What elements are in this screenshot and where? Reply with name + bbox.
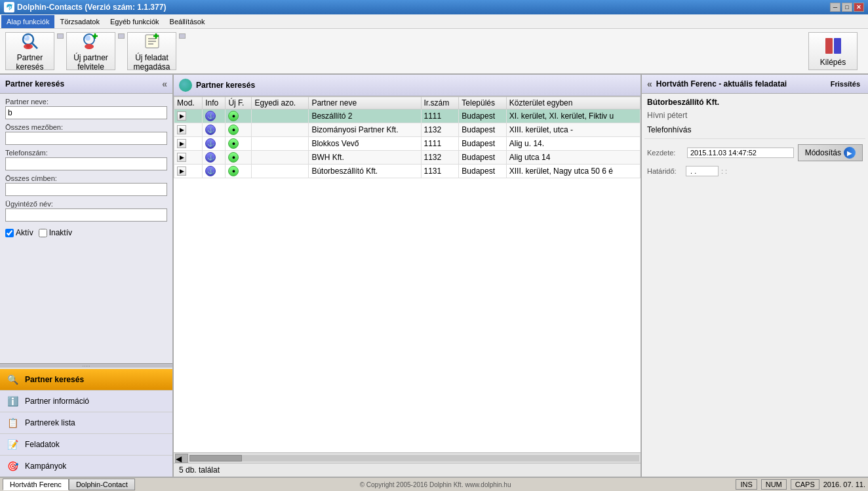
cell-nev: Blokkos Vevő (309, 137, 421, 151)
cell-mod[interactable]: ▶ (174, 151, 203, 165)
cell-info[interactable]: ⚓ (203, 123, 226, 137)
menu-torzsadatok[interactable]: Törzsadatok (54, 15, 105, 28)
nav-item-partner-info[interactable]: ℹ️ Partner információ (0, 390, 172, 412)
col-irszam[interactable]: Ir.szám (421, 97, 459, 109)
cell-ujf[interactable]: ● (226, 137, 252, 151)
cell-mod[interactable]: ▶ (174, 137, 203, 151)
cell-info[interactable]: ⚓ (203, 109, 226, 123)
nav-icon-kampanyok: 🎯 (5, 459, 20, 473)
menu-bar: Alap funkciók Törzsadatok Egyéb funkciók… (0, 14, 868, 29)
uj-feladat-expand[interactable] (179, 33, 186, 39)
results-table-container[interactable]: Mod. Info Új F. Egyedi azo. Partner neve… (174, 96, 641, 452)
inactive-checkbox-label[interactable]: Inaktív (39, 228, 72, 237)
scroll-thumb[interactable] (189, 455, 242, 462)
status-tab-user[interactable]: Hortváth Ferenc (3, 479, 69, 490)
menu-alap-funkciok[interactable]: Alap funkciók (1, 15, 54, 28)
left-panel-collapse[interactable]: « (162, 79, 167, 89)
partner-kereses-expand[interactable] (57, 33, 64, 39)
col-ujf[interactable]: Új F. (226, 97, 252, 109)
phone-input[interactable] (5, 157, 167, 170)
nav-item-partnerek-lista[interactable]: 📋 Partnerek lista (0, 412, 172, 433)
cell-ujf[interactable]: ● (226, 123, 252, 137)
nav-btn[interactable]: ▶ (177, 111, 186, 121)
col-mod[interactable]: Mod. (174, 97, 203, 109)
center-header: Partner keresés (174, 75, 641, 96)
info-btn[interactable]: ⚓ (205, 138, 216, 149)
cell-irszam: 1131 (421, 165, 459, 178)
col-info[interactable]: Info (203, 97, 226, 109)
nav-item-feladatok[interactable]: 📝 Feladatok (0, 433, 172, 455)
table-row[interactable]: ▶ ⚓ ● Bútorbeszállító Kft. 1131 Budapest… (174, 165, 641, 178)
uj-partner-button[interactable]: Új partnerfelvitele (66, 32, 115, 70)
deadline-d1-input[interactable] (686, 166, 719, 176)
cell-info[interactable]: ⚓ (203, 151, 226, 165)
col-kozterulet[interactable]: Közterület egyben (506, 97, 640, 109)
nav-btn[interactable]: ▶ (177, 167, 186, 176)
right-expand-icon[interactable]: « (647, 79, 652, 89)
status-tab-app[interactable]: Dolphin-Contact (69, 479, 135, 490)
cell-ujf[interactable]: ● (226, 165, 252, 178)
nav-btn[interactable]: ▶ (177, 125, 186, 134)
cell-telepules: Budapest (459, 137, 506, 151)
table-row[interactable]: ▶ ⚓ ● Bizományosi Partner Kft. 1132 Buda… (174, 123, 641, 137)
minimize-button[interactable]: ─ (830, 3, 840, 12)
cell-nev: Bizományosi Partner Kft. (309, 123, 421, 137)
horizontal-scrollbar[interactable]: ◀ (174, 452, 641, 463)
name-input[interactable] (5, 106, 167, 119)
alladdress-input[interactable] (5, 183, 167, 196)
uj-partner-expand[interactable] (118, 33, 125, 39)
contactname-input[interactable] (5, 208, 167, 222)
nav-item-kampanyok[interactable]: 🎯 Kampányok (0, 455, 172, 477)
cell-info[interactable]: ⚓ (203, 137, 226, 151)
partner-kereses-button[interactable]: Partnerkeresés (5, 32, 54, 70)
ujf-btn[interactable]: ● (228, 111, 239, 121)
panel-divider[interactable]: ····· (0, 363, 172, 368)
menu-egyeb-funkciok[interactable]: Egyéb funkciók (105, 15, 165, 28)
cell-irszam: 1111 (421, 109, 459, 123)
refresh-button[interactable]: Frissítés (828, 77, 863, 90)
cell-egyedi (252, 165, 309, 178)
cell-egyedi (252, 109, 309, 123)
ujf-btn[interactable]: ● (228, 125, 239, 135)
ujf-btn[interactable]: ● (228, 152, 239, 163)
nav-btn[interactable]: ▶ (177, 153, 186, 162)
kilepés-button[interactable]: Kilépés (808, 32, 858, 70)
cell-mod[interactable]: ▶ (174, 123, 203, 137)
allfield-input[interactable] (5, 132, 167, 145)
cell-mod[interactable]: ▶ (174, 165, 203, 178)
scroll-left-button[interactable]: ◀ (175, 454, 188, 463)
cell-info[interactable]: ⚓ (203, 165, 226, 178)
active-checkbox[interactable] (5, 229, 14, 237)
svg-rect-19 (829, 42, 833, 50)
task-start-row: Kezdete: 2015.11.03 14:47:52 Módosítás ▶ (644, 143, 865, 163)
nav-item-partner-kereses[interactable]: 🔍 Partner keresés (0, 368, 172, 390)
cell-ujf[interactable]: ● (226, 151, 252, 165)
col-egyedi[interactable]: Egyedi azo. (252, 97, 309, 109)
scroll-track[interactable] (189, 455, 639, 462)
info-btn[interactable]: ⚓ (205, 152, 216, 163)
info-btn[interactable]: ⚓ (205, 125, 216, 135)
nav-btn[interactable]: ▶ (177, 139, 186, 148)
title-bar-controls[interactable]: ─ □ ✕ (830, 3, 864, 12)
center-header-icon (179, 79, 192, 92)
active-checkbox-label[interactable]: Aktív (5, 228, 33, 237)
info-btn[interactable]: ⚓ (205, 111, 216, 121)
num-indicator: NUM (761, 479, 787, 490)
maximize-button[interactable]: □ (842, 3, 852, 12)
info-btn[interactable]: ⚓ (205, 166, 216, 176)
col-nev[interactable]: Partner neve (309, 97, 421, 109)
ujf-btn[interactable]: ● (228, 138, 239, 149)
uj-feladat-button[interactable]: Új feladatmegadása (127, 32, 176, 70)
nav-sidebar: 🔍 Partner keresés ℹ️ Partner információ … (0, 368, 172, 477)
inactive-checkbox[interactable] (39, 229, 47, 237)
menu-beallitasok[interactable]: Beállítások (165, 15, 210, 28)
ujf-btn[interactable]: ● (228, 166, 239, 176)
close-button[interactable]: ✕ (854, 3, 864, 12)
table-row[interactable]: ▶ ⚓ ● BWH Kft. 1132 Budapest Alig utca 1… (174, 151, 641, 165)
modify-button[interactable]: Módosítás ▶ (798, 144, 863, 161)
cell-ujf[interactable]: ● (226, 109, 252, 123)
table-row[interactable]: ▶ ⚓ ● Blokkos Vevő 1111 Budapest Alig u.… (174, 137, 641, 151)
cell-mod[interactable]: ▶ (174, 109, 203, 123)
table-row[interactable]: ▶ ⚓ ● Beszállító 2 1111 Budapest XI. ker… (174, 109, 641, 123)
col-telepules[interactable]: Település (459, 97, 506, 109)
